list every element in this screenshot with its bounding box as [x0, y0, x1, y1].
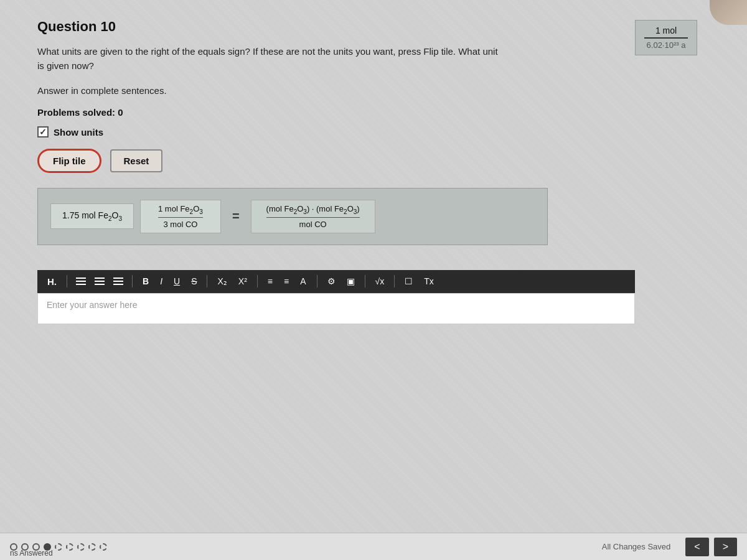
- status-label: All Changes Saved: [602, 542, 671, 551]
- answer-placeholder: Enter your answer here: [47, 300, 138, 310]
- bottom-bar: All Changes Saved < >: [0, 533, 747, 560]
- toolbar-divider-7: [394, 275, 395, 287]
- prev-button[interactable]: <: [685, 538, 708, 556]
- sqrt-button[interactable]: √x: [372, 274, 388, 289]
- ns-answered-label: ns Answered: [10, 549, 53, 558]
- clear-text-button[interactable]: Tx: [420, 274, 438, 289]
- buttons-row: Flip tile Reset: [37, 149, 710, 173]
- fraction-numerator: 1 mol: [644, 26, 688, 39]
- question-title: Question 10: [37, 19, 710, 35]
- show-units-label: Show units: [54, 127, 103, 138]
- editor-toolbar: H. B I U S X₂ X² ≡ ≡ A: [37, 270, 635, 293]
- answer-input-area[interactable]: Enter your answer here: [37, 293, 635, 324]
- question-text: What units are given to the right of the…: [37, 45, 504, 73]
- show-units-checkbox[interactable]: ✓: [37, 126, 49, 138]
- next-button[interactable]: >: [714, 538, 737, 556]
- bold-button[interactable]: B: [139, 274, 153, 289]
- progress-dot-5[interactable]: [55, 543, 62, 551]
- equation-result: (mol Fe2O3) · (mol Fe2O3) mol CO: [251, 200, 375, 233]
- equation-area: 1.75 mol Fe2O3 1 mol Fe2O3 3 mol CO = (m…: [37, 188, 548, 245]
- answer-instruction: Answer in complete sentences.: [37, 85, 710, 96]
- progress-dot-7[interactable]: [77, 543, 85, 551]
- align-left-button[interactable]: ≡: [264, 274, 276, 289]
- toolbar-divider-4: [257, 275, 258, 287]
- eq-frac-den: 3 mol CO: [164, 220, 198, 229]
- italic-button[interactable]: I: [156, 274, 166, 289]
- heading-button[interactable]: H.: [44, 274, 60, 289]
- align-right-button[interactable]: A: [296, 274, 310, 289]
- toolbar-divider-1: [67, 275, 67, 287]
- equals-sign: =: [232, 209, 240, 223]
- eq-result-num: (mol Fe2O3) · (mol Fe2O3): [266, 204, 360, 218]
- corner-decoration: [710, 0, 747, 25]
- image-button[interactable]: ▣: [343, 274, 359, 289]
- special-char-button[interactable]: ⚙: [324, 274, 339, 289]
- flip-tile-button[interactable]: Flip tile: [37, 149, 101, 173]
- problems-solved: Problems solved: 0: [37, 107, 710, 118]
- reset-button[interactable]: Reset: [110, 149, 163, 172]
- underline-button[interactable]: U: [170, 274, 184, 289]
- progress-dot-8[interactable]: [88, 543, 96, 551]
- subscript-button[interactable]: X₂: [214, 274, 230, 289]
- list-icon-1[interactable]: [73, 275, 88, 287]
- toolbar-divider-5: [317, 275, 317, 287]
- toolbar-divider-6: [365, 275, 365, 287]
- align-center-button[interactable]: ≡: [280, 274, 293, 289]
- left-controls: Problems solved: 0 ✓ Show units Flip til…: [37, 107, 710, 173]
- list-icon-2[interactable]: [92, 275, 107, 287]
- list-icon-3[interactable]: [111, 275, 126, 287]
- equation-cell-1: 1.75 mol Fe2O3: [50, 203, 134, 229]
- progress-dot-9[interactable]: [100, 543, 107, 551]
- eq-result-den: mol CO: [299, 220, 327, 229]
- progress-dot-6[interactable]: [66, 543, 73, 551]
- checkbox-check: ✓: [39, 128, 47, 136]
- toolbar-divider-2: [132, 275, 133, 287]
- strikethrough-button[interactable]: S: [187, 274, 200, 289]
- fraction-denominator: 6.02·10²³ a: [647, 40, 686, 50]
- eq-frac-num: 1 mol Fe2O3: [158, 204, 203, 218]
- equation-cell-2: 1 mol Fe2O3 3 mol CO: [140, 200, 221, 233]
- show-units-row[interactable]: ✓ Show units: [37, 126, 710, 138]
- clear-format-button[interactable]: ☐: [401, 274, 416, 289]
- fraction-tile-top-right: 1 mol 6.02·10²³ a: [635, 20, 697, 55]
- superscript-button[interactable]: X²: [235, 274, 251, 289]
- toolbar-divider-3: [207, 275, 207, 287]
